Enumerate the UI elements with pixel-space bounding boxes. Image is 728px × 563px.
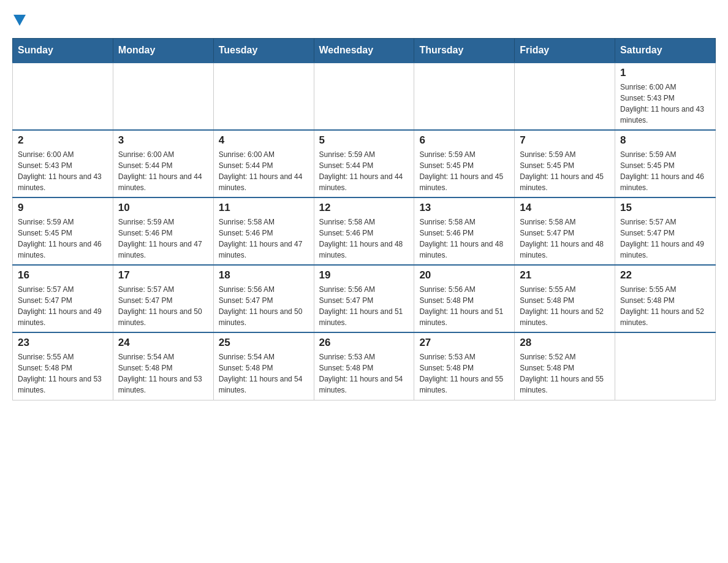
calendar-cell: 3Sunrise: 6:00 AMSunset: 5:44 PMDaylight…: [113, 130, 213, 197]
calendar-cell: 6Sunrise: 5:59 AMSunset: 5:45 PMDaylight…: [414, 130, 515, 197]
calendar-cell: [515, 63, 615, 130]
day-number: 24: [118, 337, 208, 349]
day-info: Sunrise: 5:53 AMSunset: 5:48 PMDaylight:…: [319, 351, 409, 396]
calendar-cell: [113, 63, 213, 130]
day-number: 4: [219, 134, 309, 147]
day-number: 2: [18, 134, 108, 147]
calendar-cell: 1Sunrise: 6:00 AMSunset: 5:43 PMDaylight…: [615, 63, 716, 130]
calendar-cell: 10Sunrise: 5:59 AMSunset: 5:46 PMDayligh…: [113, 197, 213, 265]
calendar-cell: 5Sunrise: 5:59 AMSunset: 5:44 PMDaylight…: [314, 130, 414, 197]
day-number: 7: [520, 134, 610, 147]
calendar-cell: 13Sunrise: 5:58 AMSunset: 5:46 PMDayligh…: [414, 197, 515, 265]
day-info: Sunrise: 5:57 AMSunset: 5:47 PMDaylight:…: [118, 284, 208, 328]
day-info: Sunrise: 5:57 AMSunset: 5:47 PMDaylight:…: [18, 284, 108, 328]
day-info: Sunrise: 5:58 AMSunset: 5:46 PMDaylight:…: [419, 216, 509, 261]
calendar-week-2: 2Sunrise: 6:00 AMSunset: 5:43 PMDaylight…: [13, 130, 716, 197]
day-number: 10: [118, 202, 208, 214]
day-info: Sunrise: 5:55 AMSunset: 5:48 PMDaylight:…: [520, 284, 610, 328]
weekday-header-wednesday: Wednesday: [314, 39, 414, 63]
day-info: Sunrise: 5:53 AMSunset: 5:48 PMDaylight:…: [419, 351, 509, 396]
day-info: Sunrise: 5:52 AMSunset: 5:48 PMDaylight:…: [520, 351, 610, 396]
calendar-cell: [13, 63, 113, 130]
calendar-cell: 9Sunrise: 5:59 AMSunset: 5:45 PMDaylight…: [13, 197, 113, 265]
calendar-cell: 26Sunrise: 5:53 AMSunset: 5:48 PMDayligh…: [314, 332, 414, 400]
day-number: 6: [419, 134, 509, 147]
day-info: Sunrise: 5:57 AMSunset: 5:47 PMDaylight:…: [620, 216, 710, 261]
calendar-cell: 21Sunrise: 5:55 AMSunset: 5:48 PMDayligh…: [515, 265, 615, 332]
day-number: 15: [620, 202, 710, 214]
day-number: 13: [419, 202, 509, 214]
calendar-cell: [414, 63, 515, 130]
day-info: Sunrise: 5:56 AMSunset: 5:47 PMDaylight:…: [219, 284, 309, 328]
day-number: 16: [18, 269, 108, 282]
day-info: Sunrise: 5:58 AMSunset: 5:46 PMDaylight:…: [219, 216, 309, 261]
calendar-cell: 7Sunrise: 5:59 AMSunset: 5:45 PMDaylight…: [515, 130, 615, 197]
calendar-cell: 20Sunrise: 5:56 AMSunset: 5:48 PMDayligh…: [414, 265, 515, 332]
day-info: Sunrise: 6:00 AMSunset: 5:43 PMDaylight:…: [620, 82, 710, 126]
calendar-cell: 22Sunrise: 5:55 AMSunset: 5:48 PMDayligh…: [615, 265, 716, 332]
day-info: Sunrise: 5:54 AMSunset: 5:48 PMDaylight:…: [219, 351, 309, 396]
day-number: 28: [520, 337, 610, 349]
day-info: Sunrise: 5:54 AMSunset: 5:48 PMDaylight:…: [118, 351, 208, 396]
day-number: 11: [219, 202, 309, 214]
day-number: 12: [319, 202, 409, 214]
page-header: [12, 12, 716, 26]
calendar-week-3: 9Sunrise: 5:59 AMSunset: 5:45 PMDaylight…: [13, 197, 716, 265]
day-info: Sunrise: 5:58 AMSunset: 5:47 PMDaylight:…: [520, 216, 610, 261]
weekday-header-tuesday: Tuesday: [213, 39, 314, 63]
day-number: 26: [319, 337, 409, 349]
calendar-cell: [213, 63, 314, 130]
calendar-cell: 23Sunrise: 5:55 AMSunset: 5:48 PMDayligh…: [13, 332, 113, 400]
day-number: 5: [319, 134, 409, 147]
weekday-header-friday: Friday: [515, 39, 615, 63]
calendar-cell: [314, 63, 414, 130]
day-info: Sunrise: 6:00 AMSunset: 5:43 PMDaylight:…: [18, 149, 108, 193]
day-info: Sunrise: 5:56 AMSunset: 5:48 PMDaylight:…: [419, 284, 509, 328]
calendar-cell: 11Sunrise: 5:58 AMSunset: 5:46 PMDayligh…: [213, 197, 314, 265]
calendar-cell: [615, 332, 716, 400]
calendar-cell: 17Sunrise: 5:57 AMSunset: 5:47 PMDayligh…: [113, 265, 213, 332]
calendar-cell: 15Sunrise: 5:57 AMSunset: 5:47 PMDayligh…: [615, 197, 716, 265]
calendar-cell: 25Sunrise: 5:54 AMSunset: 5:48 PMDayligh…: [213, 332, 314, 400]
calendar-cell: 18Sunrise: 5:56 AMSunset: 5:47 PMDayligh…: [213, 265, 314, 332]
day-number: 8: [620, 134, 710, 147]
calendar-cell: 16Sunrise: 5:57 AMSunset: 5:47 PMDayligh…: [13, 265, 113, 332]
day-info: Sunrise: 5:55 AMSunset: 5:48 PMDaylight:…: [18, 351, 108, 396]
logo-arrow-icon: [13, 15, 26, 26]
calendar-table: SundayMondayTuesdayWednesdayThursdayFrid…: [12, 38, 716, 400]
day-number: 25: [219, 337, 309, 349]
logo: [12, 12, 26, 26]
day-info: Sunrise: 5:59 AMSunset: 5:46 PMDaylight:…: [118, 216, 208, 261]
day-number: 17: [118, 269, 208, 282]
calendar-week-5: 23Sunrise: 5:55 AMSunset: 5:48 PMDayligh…: [13, 332, 716, 400]
calendar-cell: 14Sunrise: 5:58 AMSunset: 5:47 PMDayligh…: [515, 197, 615, 265]
day-info: Sunrise: 5:59 AMSunset: 5:45 PMDaylight:…: [18, 216, 108, 261]
day-number: 22: [620, 269, 710, 282]
day-info: Sunrise: 5:59 AMSunset: 5:45 PMDaylight:…: [419, 149, 509, 193]
day-number: 21: [520, 269, 610, 282]
day-info: Sunrise: 6:00 AMSunset: 5:44 PMDaylight:…: [118, 149, 208, 193]
day-number: 19: [319, 269, 409, 282]
day-number: 20: [419, 269, 509, 282]
calendar-cell: 2Sunrise: 6:00 AMSunset: 5:43 PMDaylight…: [13, 130, 113, 197]
day-number: 27: [419, 337, 509, 349]
weekday-header-thursday: Thursday: [414, 39, 515, 63]
weekday-header-saturday: Saturday: [615, 39, 716, 63]
day-info: Sunrise: 6:00 AMSunset: 5:44 PMDaylight:…: [219, 149, 309, 193]
calendar-header-row: SundayMondayTuesdayWednesdayThursdayFrid…: [13, 39, 716, 63]
calendar-cell: 24Sunrise: 5:54 AMSunset: 5:48 PMDayligh…: [113, 332, 213, 400]
day-info: Sunrise: 5:59 AMSunset: 5:44 PMDaylight:…: [319, 149, 409, 193]
calendar-cell: 12Sunrise: 5:58 AMSunset: 5:46 PMDayligh…: [314, 197, 414, 265]
day-number: 18: [219, 269, 309, 282]
day-info: Sunrise: 5:58 AMSunset: 5:46 PMDaylight:…: [319, 216, 409, 261]
calendar-cell: 28Sunrise: 5:52 AMSunset: 5:48 PMDayligh…: [515, 332, 615, 400]
calendar-cell: 27Sunrise: 5:53 AMSunset: 5:48 PMDayligh…: [414, 332, 515, 400]
weekday-header-sunday: Sunday: [13, 39, 113, 63]
calendar-cell: 8Sunrise: 5:59 AMSunset: 5:45 PMDaylight…: [615, 130, 716, 197]
day-info: Sunrise: 5:59 AMSunset: 5:45 PMDaylight:…: [620, 149, 710, 193]
calendar-week-4: 16Sunrise: 5:57 AMSunset: 5:47 PMDayligh…: [13, 265, 716, 332]
day-number: 23: [18, 337, 108, 349]
calendar-cell: 19Sunrise: 5:56 AMSunset: 5:47 PMDayligh…: [314, 265, 414, 332]
day-info: Sunrise: 5:59 AMSunset: 5:45 PMDaylight:…: [520, 149, 610, 193]
day-info: Sunrise: 5:56 AMSunset: 5:47 PMDaylight:…: [319, 284, 409, 328]
